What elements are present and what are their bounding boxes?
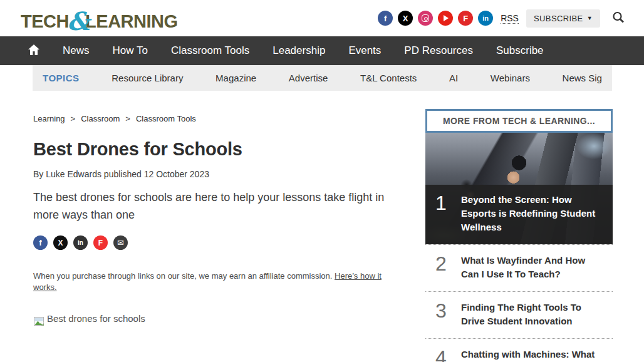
facebook-icon[interactable]: f — [378, 11, 393, 26]
more-from-sidebar: MORE FROM TECH & LEARNING... 1 Beyond th… — [425, 109, 613, 362]
home-button[interactable] — [28, 44, 39, 58]
breadcrumb-separator: > — [71, 114, 76, 123]
share-email-icon[interactable]: ✉ — [113, 235, 128, 250]
image-alt-text: Best drones for schools — [47, 313, 145, 324]
topic-webinars[interactable]: Webinars — [491, 73, 530, 83]
home-icon — [28, 44, 39, 58]
linkedin-icon[interactable]: in — [478, 11, 493, 26]
byline: By Luke Edwards published 12 October 202… — [33, 169, 404, 179]
x-glyph: X — [403, 14, 408, 23]
search-button[interactable] — [611, 11, 625, 26]
share-facebook-icon[interactable]: f — [33, 235, 48, 250]
sidebar-item-title[interactable]: Finding The Right Tools To Drive Student… — [461, 301, 604, 328]
x-glyph: X — [58, 239, 63, 247]
logo-text-learning: LEARNING — [85, 11, 177, 32]
subscribe-label: SUBSCRIBE — [534, 14, 583, 23]
flipboard-icon[interactable]: F — [458, 11, 473, 26]
logo-ampersand: & — [67, 6, 90, 36]
nav-item-leadership[interactable]: Leadership — [273, 44, 325, 57]
rank-number: 3 — [435, 301, 452, 328]
byline-prefix: By — [33, 169, 43, 179]
share-flipboard-icon[interactable]: F — [93, 235, 108, 250]
topics-label: TOPICS — [43, 73, 80, 83]
breadcrumb-classroom[interactable]: Classroom — [81, 114, 120, 123]
affiliate-disclosure: When you purchase through links on our s… — [33, 271, 404, 293]
play-glyph — [444, 15, 449, 21]
facebook-glyph: f — [384, 14, 387, 23]
topics-bar: TOPICS Resource Library Magazine Adverti… — [33, 65, 612, 91]
nav-item-news[interactable]: News — [63, 44, 90, 57]
sidebar-item-3[interactable]: 3 Finding The Right Tools To Drive Stude… — [425, 292, 613, 339]
linkedin-glyph: in — [482, 15, 489, 22]
sidebar-item-1[interactable]: 1 Beyond the Screen: How Esports is Rede… — [425, 133, 613, 245]
subscribe-button[interactable]: SUBSCRIBE ▼ — [526, 9, 600, 28]
broken-image-icon — [33, 316, 46, 331]
sidebar-item-title[interactable]: What Is Wayfinder And How Can I Use It T… — [461, 254, 604, 281]
share-linkedin-icon[interactable]: in — [73, 235, 88, 250]
envelope-glyph: ✉ — [117, 239, 124, 247]
page: TECH & LEARNING f X F in RSS SUBSCRIBE ▼ — [0, 0, 644, 362]
linkedin-glyph: in — [78, 240, 83, 246]
sidebar-item-1-overlay: 1 Beyond the Screen: How Esports is Rede… — [425, 185, 613, 244]
site-header: TECH & LEARNING f X F in RSS SUBSCRIBE ▼ — [0, 0, 644, 36]
nav-item-classroom-tools[interactable]: Classroom Tools — [171, 44, 249, 57]
page-title: Best Drones for Schools — [33, 139, 404, 160]
sidebar-item-title[interactable]: Chatting with Machines: What — [461, 348, 595, 362]
flipboard-glyph: F — [463, 14, 468, 23]
article-column: Learning > Classroom > Classroom Tools B… — [33, 114, 404, 331]
sidebar-header: MORE FROM TECH & LEARNING... — [425, 109, 613, 133]
flipboard-glyph: F — [98, 239, 103, 247]
rss-link[interactable]: RSS — [501, 13, 519, 24]
sidebar-item-2[interactable]: 2 What Is Wayfinder And How Can I Use It… — [425, 245, 613, 292]
topic-magazine[interactable]: Magazine — [216, 73, 256, 83]
site-logo[interactable]: TECH & LEARNING — [21, 4, 178, 33]
topic-tl-contests[interactable]: T&L Contests — [360, 73, 417, 83]
breadcrumb-classroom-tools[interactable]: Classroom Tools — [136, 114, 196, 123]
rank-number: 1 — [435, 193, 452, 234]
share-x-icon[interactable]: X — [53, 235, 68, 250]
rank-number: 2 — [435, 254, 452, 281]
nav-item-pd-resources[interactable]: PD Resources — [404, 44, 473, 57]
breadcrumb: Learning > Classroom > Classroom Tools — [33, 114, 404, 123]
author-link[interactable]: Luke Edwards — [46, 169, 101, 179]
youtube-icon[interactable] — [438, 11, 453, 26]
sidebar-item-4[interactable]: 4 Chatting with Machines: What — [425, 339, 613, 362]
topic-news-signup[interactable]: News Sig — [563, 73, 602, 83]
rank-number: 4 — [435, 348, 452, 362]
search-icon — [611, 11, 625, 26]
article-standfirst: The best drones for schools are here to … — [33, 189, 385, 224]
breadcrumb-separator: > — [125, 114, 130, 123]
topic-ai[interactable]: AI — [449, 73, 458, 83]
breadcrumb-learning[interactable]: Learning — [33, 114, 65, 123]
camera-glyph — [422, 14, 429, 22]
instagram-icon[interactable] — [418, 11, 433, 26]
caret-down-icon: ▼ — [587, 15, 593, 21]
share-row: f X in F ✉ — [33, 235, 404, 250]
disclosure-text: When you purchase through links on our s… — [33, 271, 332, 281]
x-twitter-icon[interactable]: X — [398, 11, 413, 26]
sidebar-item-title[interactable]: Beyond the Screen: How Esports is Redefi… — [461, 193, 604, 234]
topic-advertise[interactable]: Advertise — [289, 73, 328, 83]
main-nav: News How To Classroom Tools Leadership E… — [0, 36, 644, 65]
nav-item-subscribe[interactable]: Subscribe — [496, 44, 544, 57]
nav-item-events[interactable]: Events — [348, 44, 381, 57]
article-image-broken: Best drones for schools — [33, 316, 404, 331]
published-date: published 12 October 2023 — [104, 169, 209, 179]
topic-resource-library[interactable]: Resource Library — [112, 73, 183, 83]
header-actions: f X F in RSS SUBSCRIBE ▼ — [378, 9, 625, 28]
facebook-glyph: f — [39, 239, 42, 247]
logo-text-tech: TECH — [21, 11, 69, 32]
nav-item-how-to[interactable]: How To — [113, 44, 148, 57]
